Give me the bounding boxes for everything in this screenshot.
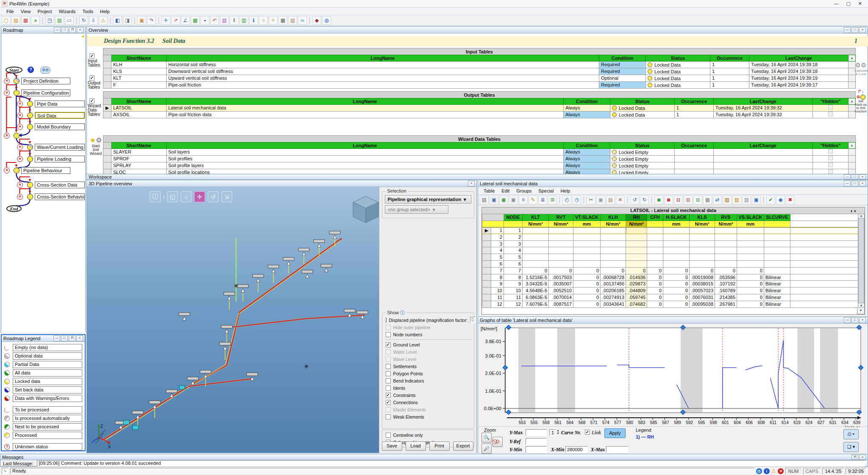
roadmap-close-button[interactable]: × <box>77 27 83 33</box>
clock-icon[interactable]: ◷ <box>756 468 762 474</box>
show-checkbox[interactable] <box>386 400 391 405</box>
ymax-field[interactable] <box>526 429 547 436</box>
xmax-field[interactable] <box>606 446 628 453</box>
group-dropdown[interactable]: <no group selected> ▾ <box>385 205 448 214</box>
messages-pin-button[interactable]: ⊓ <box>851 455 858 460</box>
overview-maximize-button[interactable]: □ <box>851 27 858 33</box>
col-lastchange[interactable]: LastChange <box>714 98 813 105</box>
menu-item-tools[interactable]: Tools <box>79 8 96 14</box>
col-hidden[interactable]: "Hidden" <box>813 98 849 105</box>
chart3-icon[interactable]: ▧ <box>732 196 741 204</box>
workspace-maximize-button[interactable]: □ <box>851 174 858 179</box>
table-view-icons[interactable]: ◐◑ <box>851 208 856 214</box>
curve-number-spinner[interactable]: 1 <box>549 429 556 436</box>
wizard-tables-checkbox[interactable] <box>89 98 95 103</box>
table-row[interactable]: ▶LATSOILLateral soil mechanical dataAlwa… <box>103 105 856 112</box>
export2-icon[interactable]: ▣ <box>752 196 761 204</box>
start-soil-wizard-button[interactable]: ★⚙ Start Soil Wizard <box>89 136 103 156</box>
zoom-window-icon[interactable]: ◱ <box>167 191 178 202</box>
notes-icon[interactable]: ▤ <box>288 16 297 25</box>
download-icon[interactable]: ⇩ <box>89 16 98 25</box>
latsoil-col-kls[interactable]: KLS <box>690 214 715 221</box>
curve-icon[interactable]: ▨ <box>723 196 732 204</box>
latsoil-row[interactable]: 33 <box>482 241 865 248</box>
col-hidden[interactable]: "Hidden" <box>813 142 849 149</box>
latsoil-col-vt-slack[interactable]: VT-SLACK <box>573 214 601 221</box>
legend-pin-button[interactable]: ⊓ <box>69 335 75 341</box>
rh-graph[interactable]: 0.0E+001.0E-012.0E-013.0E-013.8E-01[N/mm… <box>478 324 868 427</box>
table-row[interactable]: KLTUpward vertical soil stiffnessOptiona… <box>103 75 856 82</box>
show-checkbox[interactable] <box>386 393 391 398</box>
undo-edit-icon[interactable]: ↺ <box>630 196 639 204</box>
menu-item-wizards[interactable]: Wizards <box>56 8 79 14</box>
hidden-checkbox[interactable] <box>828 156 833 160</box>
roadmap-item-pipeline-configuration[interactable]: Pipeline Configuration <box>21 89 70 96</box>
project-window-icon[interactable]: ◳ <box>45 16 54 25</box>
roadmap-end-node[interactable]: End <box>6 205 22 212</box>
show-checkbox[interactable] <box>386 414 391 419</box>
roadmap-maximize-button[interactable]: □ <box>61 27 68 33</box>
roadmap-item-model-boundary[interactable]: Model Boundary <box>35 123 85 130</box>
info-icon[interactable]: ⓘ <box>150 191 161 202</box>
table-icon[interactable]: ▥ <box>239 16 248 25</box>
latsoil-row[interactable]: 66 <box>482 261 865 268</box>
latsoil-row[interactable]: 993.0432E-5.00350070.00137456.02987300.0… <box>482 281 865 288</box>
pan-icon[interactable]: ✛ <box>161 16 170 25</box>
col-occurrence[interactable]: Occurrence <box>675 98 714 105</box>
grid2-icon[interactable]: ▦ <box>703 196 712 204</box>
info-icon[interactable]: ℹ <box>249 16 258 25</box>
latsoil-row[interactable]: 11116.0863E-5.00700140.00274913.05974500… <box>482 294 865 301</box>
scenario-icon[interactable]: ▧ <box>220 16 229 25</box>
latsoil-row[interactable]: 55 <box>482 254 865 261</box>
table-menu-item-groups[interactable]: Groups <box>513 188 534 194</box>
gears-icon[interactable]: ⚙⚙ <box>40 67 50 74</box>
roadmap-item-cross-section-data-setback-icon[interactable]: ✕ <box>17 182 23 188</box>
col-lastchange[interactable]: LastChange <box>714 142 813 149</box>
workspace-minimize-button[interactable]: — <box>844 174 851 179</box>
table-menu-item-edit[interactable]: Edit <box>498 188 512 194</box>
roadmap-item-cross-section-behaviour-setback-icon[interactable]: ✕ <box>17 194 23 200</box>
show-checkbox[interactable] <box>386 349 391 355</box>
hidden-checkbox[interactable] <box>828 149 833 154</box>
latsoil-col-slcurve[interactable]: SLCURVE <box>764 214 790 221</box>
latsoil-col-rh[interactable]: RH <box>626 214 647 221</box>
overview-minimize-button[interactable]: — <box>844 27 851 33</box>
roadmap-item-cross-section-data[interactable]: Cross-Section Data <box>35 182 85 188</box>
search-icon[interactable]: ○ <box>259 16 268 25</box>
roadmap-item-soil-data[interactable]: Soil Data <box>35 112 85 119</box>
latsoil-row[interactable]: 22 <box>482 234 865 241</box>
datatable-minimize-button[interactable]: — <box>844 181 851 187</box>
swap-icon[interactable]: ⇄ <box>713 196 722 204</box>
print-graph-button[interactable]: ⎙ ▾ <box>843 429 859 439</box>
ymin-field[interactable] <box>526 446 547 453</box>
graphs-minimize-button[interactable]: — <box>844 317 851 323</box>
info-status-icon[interactable]: i <box>764 468 770 474</box>
output-tables-checkbox[interactable] <box>89 75 95 81</box>
menu-item-file[interactable]: File <box>3 8 17 14</box>
calculator-icon[interactable]: ▦ <box>278 16 287 25</box>
delete-icon[interactable]: ✕ <box>616 196 625 204</box>
col-longname[interactable]: LongName <box>167 142 564 149</box>
refresh-icon[interactable]: ↻ <box>79 16 88 25</box>
col-status[interactable]: Status <box>610 98 675 105</box>
col-shortname[interactable]: ShortName <box>111 55 167 61</box>
zoom-in-button[interactable]: 🔍 <box>481 433 492 443</box>
web-icon[interactable]: ◍ <box>322 16 331 25</box>
data-list-icon[interactable]: ▤ <box>55 16 64 25</box>
report-table-icon[interactable]: ▣ <box>509 196 518 204</box>
col-longname[interactable]: LongName <box>167 55 599 61</box>
roadmap-item-wave-current-loading-setback-icon[interactable]: ✕ <box>17 144 23 150</box>
roadmap-junction-setback-icon[interactable]: ✕ <box>4 133 10 139</box>
roadmap-item-project-definition[interactable]: Project Definition <box>21 78 70 84</box>
roadmap-minimize-button[interactable]: — <box>54 27 61 33</box>
roadmap-item-pipeline-behaviour[interactable]: Pipeline Behaviour <box>21 167 70 174</box>
lock1-icon[interactable]: ◘ <box>674 196 683 204</box>
datatable-maximize-button[interactable]: □ <box>851 181 858 187</box>
hidden-checkbox[interactable] <box>828 112 833 116</box>
latsoil-row[interactable]: 12127.6079E-5.00875170.00343641.07468200… <box>482 301 865 308</box>
latsoil-vertical-scrollbar[interactable]: ▲▼ <box>858 214 865 307</box>
col-condition[interactable]: Condition <box>599 55 646 61</box>
col-status[interactable]: Status <box>646 55 710 61</box>
roadmap-start-node[interactable]: Start <box>6 67 22 73</box>
calculate-lock-button[interactable]: ⚙⚙ Calculate & Lock <box>854 61 867 76</box>
